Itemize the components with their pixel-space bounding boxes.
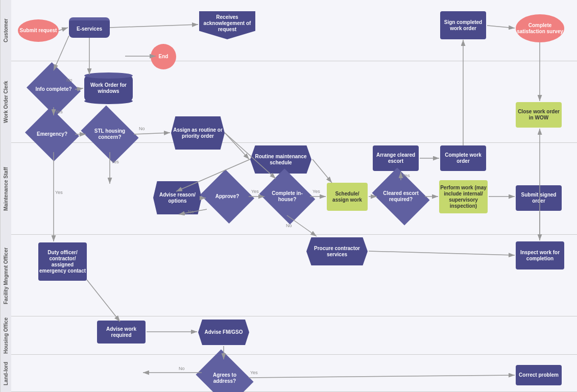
cleared-escort-node: Cleared escort required?	[378, 179, 424, 214]
stl-housing-node: STL housing concern?	[87, 116, 133, 152]
advise-work-node: Advise work required	[97, 321, 146, 344]
arrange-escort-node: Arrange cleared escort	[373, 145, 419, 171]
e-services-node: E-services	[69, 17, 110, 38]
work-order-windows-node: Work Order for windows	[84, 76, 133, 101]
approve-node: Approve?	[207, 179, 248, 214]
label-maintenance: Maintenance Staff	[0, 143, 11, 235]
info-complete-node: Info complete?	[33, 71, 74, 107]
label-clerk: Work Order Clerk	[0, 61, 11, 143]
label-housing: Housing Office	[0, 316, 11, 355]
emergency-node: Emergency?	[32, 116, 73, 152]
label-facility: Facility Mngmnt Officer	[0, 235, 11, 316]
submit-signed-node: Submit signed order	[516, 185, 562, 211]
duty-officer-node: Duty officer/ contractor/ assigned emerg…	[38, 242, 87, 281]
close-work-order-node: Close work order in WOW	[516, 102, 562, 128]
end-node: End	[151, 44, 176, 69]
complete-survey-node: Complete satisfaction survey	[516, 14, 564, 42]
label-landlord: Land-lord	[0, 355, 11, 392]
lane-landlord	[0, 355, 577, 392]
correct-problem-node: Correct problem	[516, 365, 562, 385]
agrees-address-node: Agrees to address?	[202, 360, 248, 392]
procure-contractor-node: Procure contractor services	[306, 237, 368, 265]
inspect-work-node: Inspect work for completion	[516, 241, 564, 270]
lane-housing	[0, 316, 577, 355]
submit-request-node: Submit request	[18, 19, 59, 42]
routine-schedule-node: Routine maintenance schedule	[250, 145, 311, 174]
perform-work-node: Perform work (may include internal/ supe…	[439, 180, 488, 213]
diagram-container: Customer Work Order Clerk Maintenance St…	[0, 0, 577, 392]
assign-routine-node: Assign as routine or priority order	[171, 116, 225, 150]
complete-inhouse-node: Complete in-house?	[266, 179, 309, 214]
advise-reason-node: Advise reason/ options	[153, 181, 202, 214]
sign-completed-node: Sign completed work order	[440, 11, 486, 39]
schedule-assign-node: Schedule/ assign work	[327, 183, 368, 211]
advise-fm-node: Advise FM/GSO	[198, 320, 249, 345]
label-customer: Customer	[0, 0, 11, 61]
complete-work-order-node: Complete work order	[440, 145, 486, 171]
